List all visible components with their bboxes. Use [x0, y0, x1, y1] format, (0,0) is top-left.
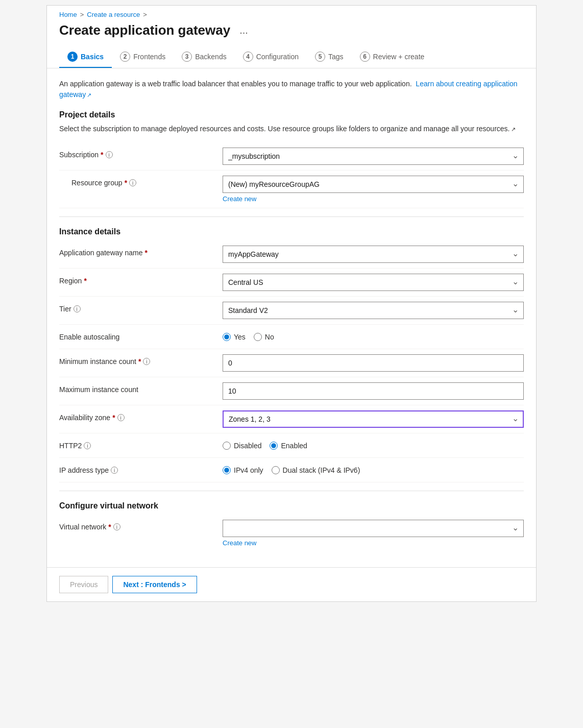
http2-info-icon[interactable]: i	[84, 442, 91, 449]
gateway-name-control	[223, 246, 524, 263]
external-link-icon: ↗	[87, 91, 91, 100]
max-instance-control	[223, 382, 524, 400]
tab-review-number: 6	[360, 52, 370, 62]
dual-stack-radio[interactable]	[272, 466, 280, 474]
tab-tags[interactable]: 5 Tags	[307, 46, 352, 68]
http2-disabled-radio[interactable]	[223, 442, 231, 450]
tab-review-create[interactable]: 6 Review + create	[352, 46, 433, 68]
availability-zone-info-icon[interactable]: i	[117, 414, 125, 421]
tab-configuration-label: Configuration	[256, 53, 299, 61]
breadcrumb-home[interactable]: Home	[59, 11, 77, 18]
subscription-select[interactable]: _mysubscription	[223, 148, 524, 165]
tab-frontends-number: 2	[120, 52, 130, 62]
availability-zone-label: Availability zone * i	[59, 410, 223, 422]
previous-button[interactable]: Previous	[59, 576, 108, 593]
http2-control: Disabled Enabled	[223, 439, 524, 450]
autoscaling-radio-group: Yes No	[223, 330, 524, 341]
breadcrumb: Home > Create a resource >	[47, 6, 536, 18]
availability-zone-control: Zones 1, 2, 3	[223, 410, 524, 428]
virtual-network-create-new[interactable]: Create new	[223, 539, 524, 547]
virtual-network-row: Virtual network * i Create new	[59, 515, 524, 552]
availability-zone-row: Availability zone * i Zones 1, 2, 3	[59, 405, 524, 433]
max-instance-label: Maximum instance count	[59, 382, 223, 394]
tab-basics-label: Basics	[81, 53, 104, 61]
tier-label: Tier i	[59, 302, 223, 313]
tier-info-icon[interactable]: i	[74, 305, 81, 312]
gateway-name-row: Application gateway name *	[59, 240, 524, 269]
tab-review-label: Review + create	[373, 53, 425, 61]
availability-zone-select-wrapper: Zones 1, 2, 3	[223, 410, 524, 428]
virtual-network-label: Virtual network * i	[59, 520, 223, 531]
availability-zone-required: *	[112, 414, 115, 422]
tab-backends[interactable]: 3 Backends	[174, 46, 234, 68]
autoscaling-no-radio[interactable]	[254, 333, 262, 341]
virtual-network-info-icon[interactable]: i	[113, 523, 120, 530]
ip-type-radio-group: IPv4 only Dual stack (IPv4 & IPv6)	[223, 463, 524, 474]
autoscaling-no-label[interactable]: No	[254, 333, 274, 341]
ipv4-only-radio[interactable]	[223, 466, 231, 474]
resource-group-info-icon[interactable]: i	[129, 179, 136, 186]
ipv4-only-label[interactable]: IPv4 only	[223, 466, 263, 474]
footer: Previous Next : Frontends >	[47, 567, 536, 601]
subscription-row: Subscription * i _mysubscription	[59, 142, 524, 171]
page-title: Create application gateway	[59, 22, 230, 38]
instance-details-title: Instance details	[59, 227, 524, 236]
min-instance-required: *	[138, 357, 141, 366]
resource-group-row: Resource group * i (New) myResourceGroup…	[59, 171, 524, 208]
autoscaling-row: Enable autoscaling Yes No	[59, 325, 524, 349]
min-instance-input[interactable]	[223, 354, 524, 372]
tier-control: Standard V2	[223, 302, 524, 319]
resource-group-label: Resource group * i	[59, 176, 223, 187]
project-details-desc: Select the subscription to manage deploy…	[59, 124, 524, 134]
region-required: *	[84, 277, 86, 285]
dual-stack-label[interactable]: Dual stack (IPv4 & IPv6)	[272, 466, 360, 474]
availability-zone-select[interactable]: Zones 1, 2, 3	[223, 410, 524, 428]
tab-frontends-label: Frontends	[133, 53, 165, 61]
http2-disabled-label[interactable]: Disabled	[223, 442, 261, 450]
ip-address-type-row: IP address type i IPv4 only Dual stack (…	[59, 458, 524, 482]
resource-group-select[interactable]: (New) myResourceGroupAG	[223, 176, 524, 193]
virtual-network-select[interactable]	[223, 520, 524, 537]
page-header: Create application gateway ...	[47, 18, 536, 46]
autoscaling-yes-label[interactable]: Yes	[223, 333, 246, 341]
tier-select-wrapper: Standard V2	[223, 302, 524, 319]
project-details-title: Project details	[59, 110, 524, 119]
region-select[interactable]: Central US	[223, 274, 524, 291]
page-description: An application gateway is a web traffic …	[59, 79, 524, 100]
ip-address-type-label: IP address type i	[59, 463, 223, 474]
region-select-wrapper: Central US	[223, 274, 524, 291]
tab-tags-label: Tags	[328, 53, 344, 61]
min-instance-row: Minimum instance count * i	[59, 349, 524, 377]
tab-frontends[interactable]: 2 Frontends	[112, 46, 174, 68]
http2-enabled-label[interactable]: Enabled	[270, 442, 307, 450]
tier-row: Tier i Standard V2	[59, 297, 524, 325]
http2-row: HTTP2 i Disabled Enabled	[59, 433, 524, 458]
max-instance-input[interactable]	[223, 382, 524, 400]
virtual-network-select-wrapper	[223, 520, 524, 537]
max-instance-row: Maximum instance count	[59, 377, 524, 405]
virtual-network-control: Create new	[223, 520, 524, 547]
next-button[interactable]: Next : Frontends >	[112, 576, 197, 593]
tab-configuration[interactable]: 4 Configuration	[235, 46, 307, 68]
http2-label: HTTP2 i	[59, 439, 223, 450]
breadcrumb-create-resource[interactable]: Create a resource	[87, 11, 140, 18]
ip-type-info-icon[interactable]: i	[111, 467, 118, 474]
breadcrumb-sep2: >	[143, 11, 147, 18]
resource-group-create-new[interactable]: Create new	[223, 195, 524, 203]
autoscaling-yes-radio[interactable]	[223, 333, 231, 341]
min-instance-control	[223, 354, 524, 372]
virtual-network-required: *	[108, 523, 111, 531]
gateway-name-input[interactable]	[223, 246, 524, 263]
autoscaling-control: Yes No	[223, 330, 524, 341]
tab-basics[interactable]: 1 Basics	[59, 46, 112, 68]
tab-basics-number: 1	[67, 52, 78, 62]
main-content: An application gateway is a web traffic …	[47, 68, 536, 562]
http2-radio-group: Disabled Enabled	[223, 439, 524, 450]
ellipsis-button[interactable]: ...	[236, 23, 251, 37]
gateway-name-required: *	[144, 249, 147, 257]
gateway-name-wrapper	[223, 246, 524, 263]
http2-enabled-radio[interactable]	[270, 442, 278, 450]
tier-select[interactable]: Standard V2	[223, 302, 524, 319]
subscription-info-icon[interactable]: i	[106, 151, 113, 158]
min-instance-info-icon[interactable]: i	[143, 358, 150, 365]
